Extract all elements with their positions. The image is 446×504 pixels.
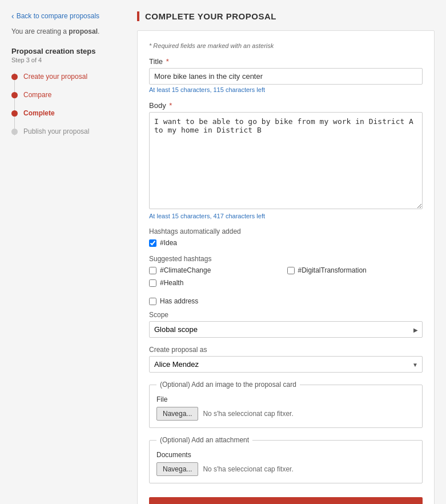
has-address-checkbox[interactable] <box>149 298 156 305</box>
required-note: * Required fields are marked with an ast… <box>149 42 423 49</box>
attach-browse-button[interactable]: Navega... <box>156 462 198 476</box>
step-label-create: Create your proposal <box>23 73 87 81</box>
create-as-group: Create proposal as Alice Mendez <box>149 346 423 373</box>
hashtag-idea-checkbox[interactable] <box>149 239 156 247</box>
image-no-selection: No s'ha seleccionat cap fitxer. <box>203 410 293 418</box>
attach-row: Navega... No s'ha seleccionat cap fitxer… <box>156 462 415 476</box>
title-hint: At least 15 characters, 115 characters l… <box>149 86 423 93</box>
body-label: Body * <box>149 101 423 110</box>
creating-prefix: You are creating a <box>11 27 69 35</box>
suggested-hashtags-section: Suggested hashtags #ClimateChange #Digit… <box>149 255 423 289</box>
hashtag-health-checkbox[interactable] <box>149 279 156 287</box>
hashtag-digital: #DigitalTransformation <box>287 266 423 274</box>
scope-select[interactable]: Global scope Local scope Regional scope <box>149 321 423 338</box>
step-dot-complete <box>11 110 18 117</box>
hashtag-idea-label: #Idea <box>160 239 177 247</box>
body-required: * <box>167 101 172 110</box>
hashtag-health: #Health <box>149 279 285 287</box>
body-textarea[interactable]: I want to be able to go by bike from my … <box>149 112 423 209</box>
scope-group: Scope Global scope Local scope Regional … <box>149 311 423 338</box>
step-item-publish: Publish your proposal <box>11 127 126 135</box>
step-label-compare: Compare <box>23 91 51 99</box>
section-header: COMPLETE YOUR PROPOSAL <box>137 11 435 21</box>
title-group: Title * At least 15 characters, 115 char… <box>149 57 423 93</box>
hashtag-idea: #Idea <box>149 239 423 247</box>
page: Back to compare proposals You are creati… <box>0 0 446 504</box>
auto-hashtags-label: Hashtags automatically added <box>149 227 423 235</box>
step-item-create: Create your proposal <box>11 73 126 81</box>
has-address-row: Has address <box>149 297 423 305</box>
create-as-wrapper: Alice Mendez <box>149 356 423 373</box>
title-input[interactable] <box>149 68 423 85</box>
section-title: COMPLETE YOUR PROPOSAL <box>145 11 276 21</box>
image-legend: (Optional) Add an image to the proposal … <box>156 381 300 389</box>
image-browse-button[interactable]: Navega... <box>156 407 198 421</box>
form-card: * Required fields are marked with an ast… <box>137 30 435 504</box>
sidebar: Back to compare proposals You are creati… <box>11 11 126 504</box>
back-link[interactable]: Back to compare proposals <box>11 11 126 21</box>
step-dot-create <box>11 74 18 80</box>
scope-wrapper: Global scope Local scope Regional scope <box>149 321 423 338</box>
creating-text: You are creating a proposal. <box>11 27 126 35</box>
title-required: * <box>164 57 169 66</box>
steps-list: Create your proposal Compare Complete Pu… <box>11 73 126 135</box>
step-item-compare: Compare <box>11 91 126 99</box>
auto-hashtags-section: Hashtags automatically added #Idea <box>149 227 423 247</box>
step-dot-publish <box>11 129 18 135</box>
image-fieldset: (Optional) Add an image to the proposal … <box>149 381 423 428</box>
send-button[interactable]: Send <box>149 497 423 504</box>
scope-label: Scope <box>149 311 423 319</box>
body-group: Body * I want to be able to go by bike f… <box>149 101 423 219</box>
creating-bold: proposal <box>69 27 98 35</box>
step-counter: Step 3 of 4 <box>11 57 126 63</box>
create-as-select[interactable]: Alice Mendez <box>149 356 423 373</box>
hashtag-digital-label: #DigitalTransformation <box>298 266 367 274</box>
hashtag-health-label: #Health <box>160 279 183 287</box>
hashtag-climate: #ClimateChange <box>149 266 285 274</box>
steps-heading: Proposal creation steps <box>11 47 126 55</box>
creating-suffix: . <box>98 27 99 35</box>
file-row: Navega... No s'ha seleccionat cap fitxer… <box>156 407 415 421</box>
create-as-label: Create proposal as <box>149 346 423 354</box>
step-item-complete: Complete <box>11 109 126 117</box>
hashtag-climate-label: #ClimateChange <box>160 266 211 274</box>
step-dot-compare <box>11 92 18 98</box>
file-label: File <box>156 395 415 403</box>
suggested-hashtags-label: Suggested hashtags <box>149 255 423 263</box>
has-address-label: Has address <box>160 297 198 305</box>
hashtag-climate-checkbox[interactable] <box>149 267 156 274</box>
body-hint: At least 15 characters, 417 characters l… <box>149 213 423 219</box>
attach-no-selection: No s'ha seleccionat cap fitxer. <box>203 465 293 473</box>
hashtag-digital-checkbox[interactable] <box>287 267 295 274</box>
main-content: COMPLETE YOUR PROPOSAL * Required fields… <box>137 11 435 504</box>
suggested-grid: #ClimateChange #DigitalTransformation #H… <box>149 266 423 289</box>
step-label-complete: Complete <box>23 109 55 117</box>
attachment-legend: (Optional) Add an attachment <box>156 436 252 444</box>
title-label: Title * <box>149 57 423 66</box>
step-label-publish: Publish your proposal <box>23 127 89 135</box>
documents-label: Documents <box>156 451 415 459</box>
attachment-fieldset: (Optional) Add an attachment Documents N… <box>149 436 423 483</box>
